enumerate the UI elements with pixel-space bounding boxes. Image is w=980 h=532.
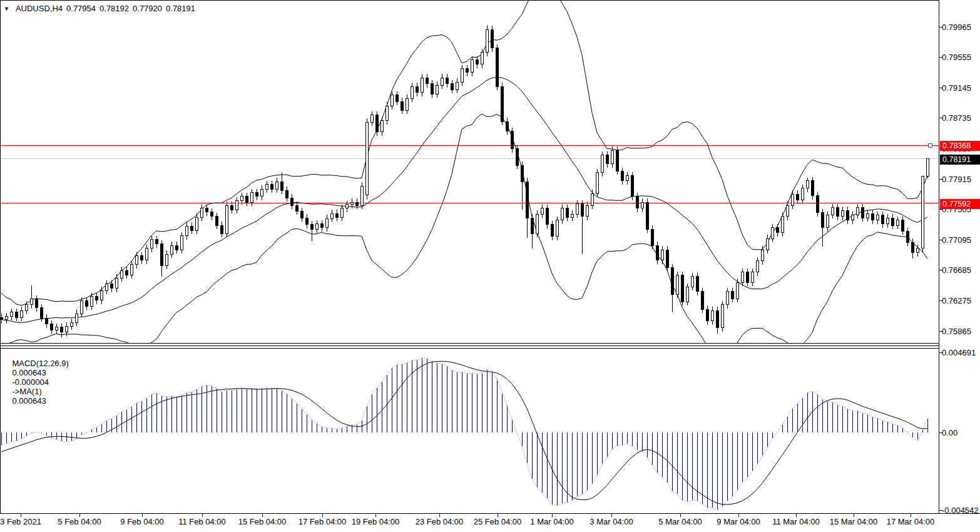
candle bbox=[717, 307, 719, 334]
candle bbox=[656, 242, 659, 264]
candle-body-bull bbox=[757, 261, 759, 272]
candle-body-bear bbox=[446, 78, 449, 83]
candle bbox=[516, 145, 519, 169]
candle-body-bear bbox=[681, 275, 684, 302]
candle bbox=[96, 293, 98, 304]
candle-body-bear bbox=[631, 176, 634, 197]
candlestick-series bbox=[1, 25, 929, 337]
macd-indicator-label: MACD(12,26,9) bbox=[12, 359, 68, 368]
candle-body-bull bbox=[807, 181, 809, 188]
candle bbox=[456, 78, 459, 93]
macd-main-value: 0.000643 bbox=[12, 368, 46, 377]
candle-body-bull bbox=[832, 208, 834, 215]
candle-body-bull bbox=[927, 158, 929, 176]
chart-svg[interactable]: 0.799650.795550.791450.787350.783250.779… bbox=[0, 0, 980, 532]
candle bbox=[281, 172, 283, 195]
candle bbox=[146, 245, 148, 264]
candle-body-bull bbox=[326, 218, 329, 227]
candle bbox=[216, 213, 218, 229]
candle bbox=[486, 25, 489, 56]
candle-body-bull bbox=[236, 201, 238, 210]
candle-body-bull bbox=[782, 217, 784, 233]
candle bbox=[772, 224, 774, 243]
candle bbox=[256, 189, 258, 200]
candle-body-bear bbox=[286, 190, 288, 198]
candle bbox=[842, 207, 844, 220]
price-axis-label: 0.79555 bbox=[942, 53, 971, 62]
candle-body-bear bbox=[231, 205, 233, 210]
candle bbox=[666, 246, 669, 271]
candle-body-bear bbox=[606, 155, 609, 163]
candle bbox=[797, 190, 799, 203]
candle-body-bull bbox=[371, 115, 374, 122]
candle-body-bull bbox=[481, 53, 484, 64]
candle bbox=[221, 222, 223, 237]
candle bbox=[446, 74, 449, 87]
candle-body-bear bbox=[206, 208, 208, 212]
candle bbox=[681, 272, 684, 306]
candle bbox=[697, 273, 699, 295]
candle-body-bull bbox=[136, 256, 138, 265]
candle-body-bear bbox=[656, 245, 659, 260]
time-axis-label: 19 Feb 04:00 bbox=[352, 517, 400, 526]
candle-body-bull bbox=[802, 188, 804, 200]
candle-body-bull bbox=[787, 205, 789, 217]
time-axis-label: 23 Feb 04:00 bbox=[416, 517, 464, 526]
candle-body-bull bbox=[772, 228, 774, 239]
candle-body-bear bbox=[376, 115, 379, 131]
candle bbox=[311, 221, 314, 241]
candle-body-bull bbox=[586, 205, 589, 217]
candle bbox=[852, 212, 854, 224]
candle-body-bear bbox=[291, 198, 293, 205]
candle bbox=[827, 212, 829, 232]
macd-axis[interactable]: 0.0046910.00-0.004542 bbox=[939, 348, 979, 515]
candle-body-bear bbox=[221, 225, 223, 233]
candle bbox=[586, 202, 589, 220]
candle bbox=[907, 228, 909, 247]
candle bbox=[266, 181, 268, 193]
candle-body-bull bbox=[181, 236, 183, 250]
main-chart-panel[interactable] bbox=[1, 0, 939, 354]
resistance-price-badge: 0.78368 bbox=[940, 141, 980, 151]
time-axis-label: 1 Mar 04:00 bbox=[530, 517, 573, 526]
candle-body-bull bbox=[391, 95, 394, 106]
price-axis-label: 0.76685 bbox=[942, 265, 971, 275]
candle-body-bear bbox=[161, 244, 163, 265]
candle bbox=[752, 269, 754, 286]
candle-body-bear bbox=[907, 232, 909, 243]
candle-body-bear bbox=[646, 202, 649, 229]
candle bbox=[641, 198, 644, 212]
candle bbox=[56, 324, 58, 334]
price-axis[interactable]: 0.799650.795550.791450.787350.783250.779… bbox=[939, 23, 971, 336]
candle-body-bull bbox=[596, 173, 599, 193]
candle-body-bear bbox=[401, 101, 404, 110]
candle-body-bull bbox=[196, 217, 198, 230]
candle bbox=[466, 65, 469, 76]
time-axis[interactable]: 3 Feb 20215 Feb 04:009 Feb 04:0011 Feb 0… bbox=[0, 513, 934, 526]
symbol-dropdown-icon[interactable]: ▼ bbox=[4, 6, 9, 12]
candle bbox=[872, 210, 874, 224]
candle-body-bull bbox=[406, 98, 409, 110]
candle-body-bear bbox=[61, 327, 63, 332]
candle-body-bull bbox=[116, 278, 118, 289]
candle-body-bull bbox=[486, 29, 489, 53]
candle bbox=[581, 200, 584, 255]
candle bbox=[531, 214, 534, 248]
candle bbox=[171, 242, 173, 258]
candle-body-bear bbox=[551, 225, 554, 237]
candle-body-bull bbox=[81, 301, 83, 314]
time-axis-label: 17 Mar 04:00 bbox=[887, 517, 935, 526]
candle-body-bear bbox=[301, 212, 304, 218]
candle bbox=[817, 192, 819, 217]
candle-body-bull bbox=[151, 240, 153, 248]
candle bbox=[16, 309, 18, 321]
candle-body-bull bbox=[852, 215, 854, 220]
candle bbox=[46, 314, 48, 327]
candle bbox=[476, 56, 479, 68]
candle bbox=[156, 236, 158, 248]
line-anchor-handle[interactable] bbox=[928, 143, 932, 147]
candle bbox=[787, 202, 789, 220]
candle-body-bull bbox=[241, 197, 243, 201]
macd-panel[interactable] bbox=[1, 358, 928, 510]
candle bbox=[276, 178, 278, 193]
